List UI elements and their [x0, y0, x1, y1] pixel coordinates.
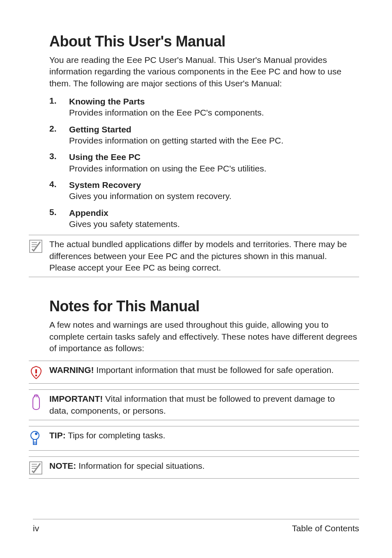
- note-body: Information for special situations.: [76, 461, 205, 470]
- note-text: The actual bundled applications differ b…: [49, 238, 359, 273]
- tip-icon: [29, 430, 49, 447]
- tip-text: TIP: Tips for completing tasks.: [49, 430, 359, 441]
- list-item: 2. Getting Started Provides information …: [49, 124, 359, 147]
- list-number: 2.: [49, 124, 69, 147]
- list-item: 1. Knowing the Parts Provides informatio…: [49, 96, 359, 119]
- list-number: 1.: [49, 96, 69, 119]
- list-number: 4.: [49, 179, 69, 202]
- important-callout: IMPORTANT! Vital information that must b…: [29, 389, 359, 420]
- page-footer: iv Table of Contents: [33, 519, 359, 533]
- section-list: 1. Knowing the Parts Provides informatio…: [49, 96, 359, 230]
- list-number: 3.: [49, 151, 69, 174]
- warning-text: WARNING! Important information that must…: [49, 364, 359, 376]
- list-desc: Gives you safety statements.: [69, 218, 359, 230]
- list-item: 3. Using the Eee PC Provides information…: [49, 151, 359, 174]
- important-label: IMPORTANT!: [49, 394, 103, 403]
- tip-body: Tips for completing tasks.: [66, 431, 166, 440]
- list-title: Using the Eee PC: [69, 151, 359, 162]
- warning-body: Important information that must be follo…: [94, 365, 334, 375]
- list-desc: Provides information on the Eee PC's com…: [69, 107, 359, 118]
- tip-label: TIP:: [49, 431, 66, 440]
- note-label: NOTE:: [49, 461, 76, 470]
- list-desc: Provides information on using the Eee PC…: [69, 163, 359, 174]
- important-icon: [29, 393, 49, 410]
- warning-callout: WARNING! Important information that must…: [29, 361, 359, 384]
- list-title: Getting Started: [69, 124, 359, 135]
- note-icon: [29, 238, 49, 253]
- list-title: System Recovery: [69, 179, 359, 190]
- list-desc: Provides information on getting started …: [69, 135, 359, 146]
- page-heading-2: Notes for This Manual: [49, 298, 359, 315]
- page-number: iv: [33, 523, 39, 533]
- svg-point-4: [35, 433, 37, 435]
- note-icon: [29, 460, 49, 475]
- intro-paragraph-1: You are reading the Eee PC User's Manual…: [49, 54, 359, 89]
- list-item: 4. System Recovery Gives you information…: [49, 179, 359, 202]
- warning-label: WARNING!: [49, 365, 94, 375]
- tip-callout: TIP: Tips for completing tasks.: [29, 426, 359, 451]
- note-callout: The actual bundled applications differ b…: [29, 235, 359, 277]
- page-heading-1: About This User's Manual: [49, 33, 359, 50]
- list-desc: Gives you information on system recovery…: [69, 190, 359, 202]
- svg-point-3: [31, 431, 39, 440]
- important-text: IMPORTANT! Vital information that must b…: [49, 393, 359, 417]
- svg-rect-2: [35, 375, 37, 376]
- list-item: 5. Appendix Gives you safety statements.: [49, 207, 359, 230]
- note-callout-2: NOTE: Information for special situations…: [29, 456, 359, 479]
- list-title: Knowing the Parts: [69, 96, 359, 107]
- list-title: Appendix: [69, 207, 359, 218]
- svg-rect-1: [35, 369, 37, 373]
- warning-icon: [29, 364, 49, 380]
- note-text-2: NOTE: Information for special situations…: [49, 460, 359, 472]
- footer-label: Table of Contents: [292, 523, 359, 533]
- intro-paragraph-2: A few notes and warnings are used throug…: [49, 319, 359, 354]
- list-number: 5.: [49, 207, 69, 230]
